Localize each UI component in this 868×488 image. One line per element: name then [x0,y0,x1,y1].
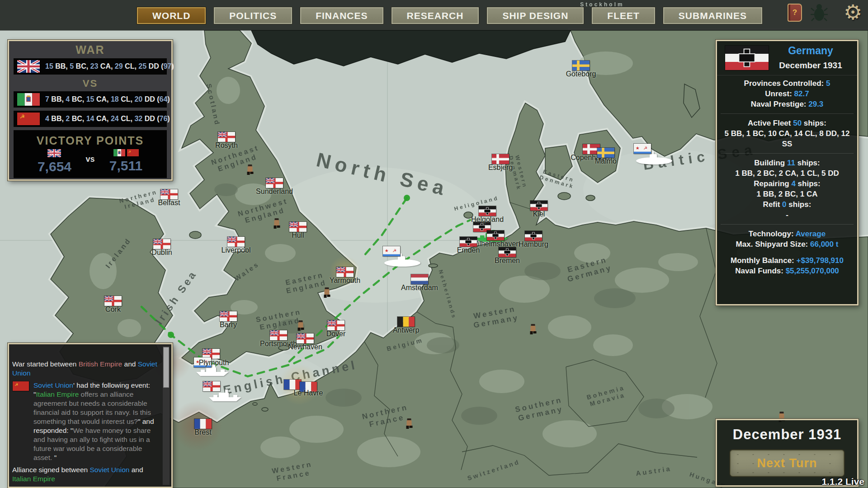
city-label: Esbjerg [488,164,513,172]
game-screen: ScotlandNortheast EnglandNorthwest Engla… [0,0,868,488]
flag-netherlands [411,274,428,284]
country-stat-line: Naval Funds: $5,255,070,000 [721,266,854,276]
flag-france [194,419,212,429]
country-stat-line: Building 11 ships: [721,153,854,168]
victory-points-block: VICTORY POINTS 7,654 vs ☭ 7,511 [14,130,167,178]
flag-soviet: ☭ [13,381,29,391]
bug-icon[interactable] [810,2,828,25]
army-unit-icon [529,324,537,337]
city-rosyth[interactable]: Rosyth [218,132,235,142]
city-cork[interactable]: Cork [104,296,122,306]
city-malmö[interactable]: Malmö [597,148,614,158]
svg-text:★: ★ [385,249,389,253]
city-label: Brest [194,428,211,436]
city-hamburg[interactable]: Hamburg [525,231,542,241]
country-stat-line: 5 BB, 1 BC, 10 CA, 14 CL, 8 DD, 12 SS [721,128,854,149]
flag-uk [17,60,40,73]
city-helgoland[interactable]: Helgoland [479,206,496,216]
war-panel: WAR 15 BB, 5 BC, 23 CA, 29 CL, 25 DD (97… [8,40,173,181]
next-turn-button[interactable]: Next Turn [729,449,845,477]
flag-uk-ensign [220,311,237,321]
city-dover[interactable]: Dover [327,320,344,330]
fleet-flag-uk-ensign[interactable] [203,381,220,391]
city-le-havre[interactable]: Le Havre [284,380,301,389]
nav-tabs: WORLDPOLITICSFINANCESRESEARCHSHIP DESIGN… [137,7,763,24]
flag-italy [113,149,125,156]
svg-text:☭: ☭ [644,146,648,151]
country-date: December 1931 [769,61,853,70]
city-label: Malmö [595,157,617,165]
flag-germany [479,206,496,216]
scrollbar-thumb[interactable] [163,347,169,388]
city-label: Dover [326,330,346,338]
submarine-marker[interactable] [635,151,673,167]
tab-fleet[interactable]: FLEET [591,7,656,24]
city-göteborg[interactable]: Göteborg [572,61,590,70]
flag-sweden [572,61,590,70]
city-label: Amsterdam [401,284,438,292]
flag-uk-ensign [153,239,170,249]
flag-germany [525,231,542,241]
city-newhaven[interactable]: Newhaven [297,333,314,343]
tab-finances[interactable]: FINANCES [300,7,383,24]
city-label: Antwerp [393,326,420,334]
flag-uk-ensign [203,381,220,391]
city-belfast[interactable]: Belfast [160,189,178,199]
country-stat-line: Unrest: 82.7 [721,89,854,99]
fleet-flag-soviet-navy[interactable]: ★☭ [634,144,651,154]
fleet-flag-soviet-navy[interactable]: ★☭ [383,246,400,256]
flag-sweden [597,148,614,158]
flag-denmark [492,154,509,164]
city-label: Dublin [151,249,172,257]
city-kiel[interactable]: Kiel [530,201,547,211]
tab-submarines[interactable]: SUBMARINES [663,7,763,24]
city-label: Kiel [533,210,545,218]
city-barry[interactable]: Barry [220,311,237,321]
settings-gear-icon[interactable]: ⚙ [844,0,862,24]
country-info-panel: Germany December 1931 Provinces Controll… [716,40,859,305]
city-dublin[interactable]: Dublin [153,239,170,249]
city-hull[interactable]: Hull [289,222,307,232]
city-bremen[interactable]: Bremen [499,247,516,257]
city-label: Rosyth [215,141,238,150]
top-navbar: WORLDPOLITICSFINANCESRESEARCHSHIP DESIGN… [0,0,868,30]
vp-right-flags: ☭ [113,149,139,156]
army-unit-icon [246,164,254,177]
army-unit-icon [297,320,305,333]
city-label: Emden [457,246,480,254]
city-yarmouth[interactable]: Yarmouth [336,267,354,277]
flag-uk-ensign [270,330,287,340]
country-stat-line: Monthly Balance: +$39,798,910 [721,255,854,266]
event-list: War started between British Empire and S… [12,360,160,485]
vp-left-flags [47,149,61,157]
city-liverpool[interactable]: Liverpool [227,237,245,247]
victory-points-right: ☭ 7,511 [101,149,151,174]
help-book-icon[interactable]: ? [788,4,802,22]
current-date: December 1931 [717,427,857,443]
country-stat-line: Max. Shipyard Size: 66,000 t [721,239,854,249]
city-sunderland[interactable]: Sunderland [266,178,283,188]
vp-left-score: 7,654 [38,159,71,174]
city-emden[interactable]: Emden [460,237,477,247]
city-plymouth[interactable]: ★☭Plymouth [203,349,220,359]
tab-world[interactable]: WORLD [137,7,206,24]
event-log-scrollbar[interactable] [162,346,170,485]
flag-germany [530,201,547,211]
vp-vs-label: vs [85,155,94,164]
city-amsterdam[interactable]: Amsterdam [411,274,428,284]
country-stat-line: Active Fleet 50 ships: [721,113,854,128]
city-wilhelmshaven[interactable]: Wilhelmshaven [487,230,504,240]
flag-uk-ensign [104,296,122,306]
city-brest[interactable]: Brest [194,419,212,429]
city-portsmouth[interactable]: Portsmouth [270,330,287,340]
tab-politics[interactable]: POLITICS [213,7,292,24]
tab-ship-design[interactable]: SHIP DESIGN [486,7,584,24]
city-antwerp[interactable]: Antwerp [397,317,415,327]
war-row-uk: 15 BB, 5 BC, 23 CA, 29 CL, 25 DD (97) [14,58,167,75]
flag-germany [725,46,769,70]
svg-text:☭: ☭ [20,114,25,120]
tab-research[interactable]: RESEARCH [391,7,480,24]
city-label: Bremen [495,257,520,265]
flag-belgium [397,317,415,327]
city-esbjerg[interactable]: Esbjerg [492,154,509,164]
